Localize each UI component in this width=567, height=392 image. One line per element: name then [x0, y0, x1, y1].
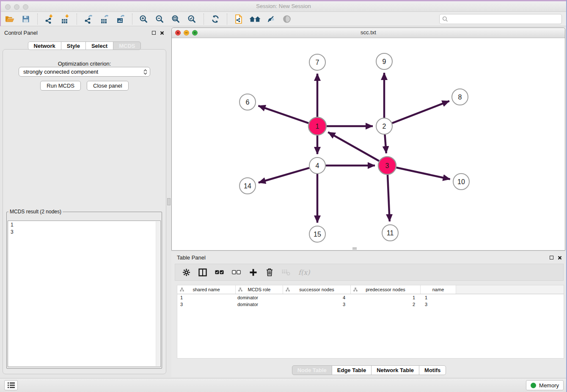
node-10[interactable]: 10	[453, 174, 469, 190]
mcds-panel: Optimization criterion: strongly connect…	[3, 49, 166, 374]
select-all-button[interactable]	[215, 270, 224, 275]
result-scrollbar[interactable]	[156, 221, 160, 366]
show-hide-details-icon	[267, 15, 275, 23]
node-label: 10	[457, 178, 465, 185]
tab-mcds[interactable]: MCDS	[113, 41, 141, 50]
close-window-button[interactable]	[5, 4, 11, 10]
settings-gear-button[interactable]	[182, 268, 190, 276]
criterion-select[interactable]: strongly connected component	[19, 67, 150, 77]
column-header-name[interactable]: name	[421, 285, 456, 294]
column-header-successor-nodes[interactable]: successor nodes	[283, 285, 351, 294]
node-11[interactable]: 11	[382, 225, 398, 241]
network-minimize-button[interactable]	[184, 30, 189, 36]
network-close-button[interactable]	[175, 30, 181, 36]
node-1[interactable]: 1	[308, 117, 326, 135]
zoom-selected-button[interactable]	[184, 13, 200, 25]
network-window-titlebar[interactable]: scc.txt	[172, 28, 565, 38]
minimize-window-button[interactable]	[14, 4, 19, 10]
node-7[interactable]: 7	[309, 54, 325, 70]
close-table-panel-icon[interactable]	[558, 256, 562, 260]
table-cell: 1	[177, 294, 236, 301]
mcds-result-list[interactable]: 1 3	[8, 221, 161, 367]
table-cell: 1	[421, 294, 456, 301]
node-2[interactable]: 2	[376, 118, 392, 134]
zoom-in-button[interactable]	[136, 13, 152, 25]
import-network-button[interactable]	[41, 13, 57, 25]
export-network-button[interactable]	[80, 13, 96, 25]
export-table-button[interactable]	[96, 13, 113, 25]
edge-2-8[interactable]	[392, 101, 449, 123]
node-8[interactable]: 8	[452, 89, 468, 105]
search-input[interactable]	[448, 15, 561, 23]
node-label: 15	[314, 231, 321, 238]
network-zoom-button[interactable]	[192, 30, 198, 36]
column-header-mcds-role[interactable]: MCDS role	[236, 285, 283, 294]
tab-motifs[interactable]: Motifs	[419, 365, 446, 375]
float-table-panel-icon[interactable]	[550, 256, 553, 259]
search-icon	[442, 16, 448, 22]
table-row[interactable]: 3dominator323	[177, 301, 564, 308]
toolbar-separator	[132, 14, 132, 25]
edge-4-14[interactable]	[259, 168, 309, 183]
node-4[interactable]: 4	[309, 157, 325, 174]
node-9[interactable]: 9	[376, 53, 392, 69]
node-label: 6	[246, 99, 250, 106]
run-mcds-button[interactable]: Run MCDS	[40, 81, 81, 91]
edge-3-1[interactable]	[328, 132, 379, 161]
task-history-button[interactable]	[4, 380, 18, 390]
table-header-filler	[456, 285, 564, 294]
show-hide-details-button[interactable]	[263, 13, 279, 25]
export-image-button[interactable]	[113, 13, 129, 25]
table-cell: dominator	[236, 294, 283, 301]
network-canvas[interactable]: 7968124314101511	[172, 38, 565, 251]
edge-3-11[interactable]	[388, 175, 390, 221]
deselect-all-button[interactable]	[232, 270, 241, 275]
tab-select[interactable]: Select	[85, 41, 113, 50]
node-15[interactable]: 15	[309, 226, 325, 242]
network-from-selection-icon	[235, 14, 242, 24]
tab-node-table[interactable]: Node Table	[292, 365, 332, 375]
close-panel-button[interactable]: Close panel	[87, 81, 129, 91]
memory-button[interactable]: Memory	[526, 380, 564, 390]
save-session-button[interactable]	[18, 13, 34, 25]
splitter-handle[interactable]	[167, 198, 171, 205]
tab-network-table[interactable]: Network Table	[371, 365, 419, 375]
apply-layout-button[interactable]	[207, 13, 223, 25]
float-panel-icon[interactable]	[152, 31, 156, 35]
edge-1-6[interactable]	[259, 106, 309, 123]
canvas-resize-grip[interactable]	[352, 247, 357, 250]
zoom-fit-button[interactable]	[168, 13, 184, 25]
zoom-out-button[interactable]	[152, 13, 168, 25]
node-14[interactable]: 14	[239, 178, 256, 194]
edge-2-3[interactable]	[385, 135, 386, 153]
delete-column-button[interactable]	[265, 268, 274, 276]
table-body: 1dominator4113dominator323	[177, 294, 564, 308]
column-panel-button[interactable]	[198, 268, 207, 276]
table-row[interactable]: 1dominator411	[177, 294, 564, 301]
tab-edge-table[interactable]: Edge Table	[332, 365, 372, 375]
edge-3-10[interactable]	[396, 168, 450, 179]
birdseye-view-icon	[283, 15, 291, 23]
node-3[interactable]: 3	[378, 157, 396, 174]
table-cell: 2	[351, 301, 421, 308]
close-panel-icon[interactable]	[160, 31, 164, 35]
add-column-button[interactable]	[249, 268, 257, 276]
open-session-button[interactable]	[2, 13, 18, 25]
node-6[interactable]: 6	[239, 94, 256, 110]
zoom-window-button[interactable]	[23, 4, 28, 10]
zoom-selected-icon	[187, 15, 197, 23]
tab-network[interactable]: Network	[28, 41, 61, 50]
column-header-predecessor-nodes[interactable]: predecessor nodes	[351, 285, 421, 294]
optimization-label: Optimization criterion:	[3, 61, 166, 67]
home-icon	[249, 15, 261, 23]
search-box[interactable]	[439, 14, 562, 24]
tab-style[interactable]: Style	[61, 41, 86, 50]
control-panel: Control Panel NetworkStyleSelectMCDS Opt…	[0, 26, 169, 378]
column-header-shared-name[interactable]: shared name	[177, 285, 236, 294]
import-table-button[interactable]	[57, 13, 73, 25]
birdseye-view-button[interactable]	[279, 13, 295, 25]
table-cell: 4	[283, 294, 351, 301]
network-from-selection-button[interactable]	[231, 13, 247, 25]
delete-table-button	[282, 269, 290, 276]
home-button[interactable]	[247, 13, 263, 25]
